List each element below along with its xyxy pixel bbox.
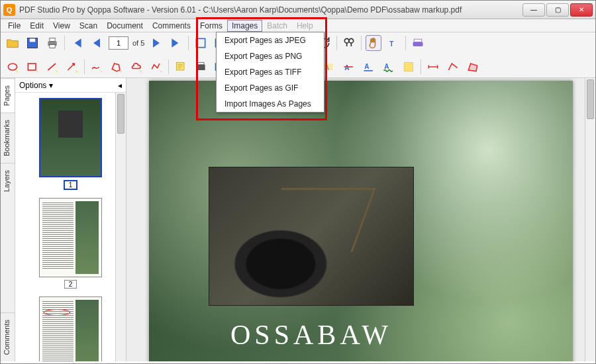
sidetab-comments[interactable]: Comments bbox=[1, 312, 15, 361]
svg-rect-5 bbox=[197, 38, 205, 47]
thumbnails-header: Options ▾ ◂ bbox=[15, 78, 126, 93]
toolbar-separator bbox=[361, 36, 362, 50]
svg-rect-4 bbox=[50, 45, 55, 48]
thumbnail-image bbox=[39, 296, 102, 361]
side-tabs: Pages Bookmarks Layers Comments bbox=[1, 78, 15, 361]
thumbnail-page-1[interactable]: 1 bbox=[39, 98, 102, 190]
collapse-panel-button[interactable]: ◂ bbox=[118, 81, 122, 90]
next-page-button[interactable] bbox=[148, 35, 164, 51]
thumbnail-number: 1 bbox=[64, 180, 78, 190]
svg-rect-12 bbox=[413, 42, 423, 46]
document-scrollbar[interactable] bbox=[585, 78, 595, 361]
svg-rect-13 bbox=[415, 39, 422, 42]
toolbar-separator bbox=[405, 36, 406, 50]
page-photo bbox=[209, 167, 414, 306]
menubar: File Edit View Scan Document Comments Fo… bbox=[1, 19, 595, 32]
cloud-annot-button[interactable] bbox=[128, 59, 144, 75]
toolbar-separator bbox=[84, 60, 85, 74]
first-page-button[interactable] bbox=[69, 35, 85, 51]
sidetab-pages[interactable]: Pages bbox=[1, 78, 15, 113]
menu-export-png[interactable]: Export Pages as PNG bbox=[217, 48, 324, 64]
scanner-button[interactable] bbox=[410, 35, 426, 51]
document-viewport[interactable]: OSSABAW bbox=[126, 78, 595, 361]
svg-rect-15 bbox=[28, 64, 36, 70]
svg-rect-23 bbox=[324, 64, 333, 70]
hand-tool-button[interactable] bbox=[366, 35, 381, 51]
print-button[interactable] bbox=[44, 35, 60, 51]
line-annot-button[interactable] bbox=[44, 59, 60, 75]
perimeter-tool-button[interactable] bbox=[445, 59, 461, 75]
page-number-input[interactable] bbox=[109, 36, 128, 50]
polyline-annot-button[interactable] bbox=[148, 59, 164, 75]
sidetab-layers[interactable]: Layers bbox=[1, 163, 15, 199]
window-title: PDF Studio Pro by Qoppa Software - Versi… bbox=[19, 5, 522, 15]
svg-rect-17 bbox=[196, 65, 205, 70]
note-annot-button[interactable] bbox=[173, 59, 189, 75]
search-button[interactable] bbox=[341, 35, 357, 51]
thumbnail-page-3[interactable]: 3 bbox=[39, 296, 102, 361]
arrow-annot-button[interactable] bbox=[64, 59, 80, 75]
menu-batch[interactable]: Batch bbox=[262, 20, 292, 32]
svg-text:T: T bbox=[390, 40, 394, 48]
minimize-button[interactable]: ― bbox=[522, 3, 545, 17]
menu-images[interactable]: Images bbox=[227, 20, 262, 32]
menu-comments[interactable]: Comments bbox=[148, 20, 195, 32]
menu-scan[interactable]: Scan bbox=[75, 20, 102, 32]
chevron-down-icon[interactable]: ▾ bbox=[49, 81, 53, 90]
main-body: Pages Bookmarks Layers Comments Options … bbox=[1, 78, 595, 361]
titlebar: Q PDF Studio Pro by Qoppa Software - Ver… bbox=[1, 1, 595, 19]
area-tool-button[interactable] bbox=[465, 59, 481, 75]
svg-rect-1 bbox=[30, 38, 35, 42]
app-logo-icon: Q bbox=[3, 4, 15, 16]
toolbar-separator bbox=[64, 36, 65, 50]
svg-text:A: A bbox=[364, 63, 369, 70]
thumbnail-page-2[interactable]: 2 bbox=[39, 198, 102, 289]
strikeout-text-button[interactable]: A bbox=[341, 59, 357, 75]
thumbnail-image bbox=[39, 98, 102, 177]
zoom-actual-button[interactable] bbox=[193, 35, 209, 51]
distance-tool-button[interactable] bbox=[425, 59, 441, 75]
page-title-text: OSSABAW bbox=[209, 319, 414, 351]
polygon-annot-button[interactable] bbox=[109, 59, 124, 75]
square-annot-button[interactable] bbox=[25, 59, 40, 75]
svg-point-10 bbox=[349, 38, 354, 43]
squiggly-text-button[interactable]: A bbox=[381, 59, 397, 75]
svg-point-14 bbox=[8, 64, 17, 70]
toolbar-separator bbox=[421, 60, 421, 74]
svg-rect-3 bbox=[50, 38, 55, 42]
menu-document[interactable]: Document bbox=[102, 20, 148, 32]
close-button[interactable]: ✕ bbox=[570, 3, 593, 17]
prev-page-button[interactable] bbox=[89, 35, 105, 51]
underline-text-button[interactable]: A bbox=[361, 59, 377, 75]
menu-export-jpeg[interactable]: Export Pages as JPEG bbox=[217, 32, 324, 48]
menu-forms[interactable]: Forms bbox=[195, 20, 227, 32]
typewriter-button[interactable] bbox=[193, 59, 209, 75]
open-button[interactable] bbox=[5, 35, 21, 51]
text-select-button[interactable]: T bbox=[385, 35, 401, 51]
last-page-button[interactable] bbox=[168, 35, 184, 51]
menu-edit[interactable]: Edit bbox=[25, 20, 48, 32]
thumbnails-scrollbar[interactable] bbox=[115, 93, 126, 361]
menu-help[interactable]: Help bbox=[292, 20, 318, 32]
pencil-annot-button[interactable] bbox=[89, 59, 105, 75]
thumbnails-panel: Options ▾ ◂ 1 2 3 bbox=[15, 78, 126, 361]
circle-annot-button[interactable] bbox=[5, 59, 21, 75]
save-button[interactable] bbox=[25, 35, 40, 51]
images-menu-dropdown: Export Pages as JPEG Export Pages as PNG… bbox=[216, 32, 324, 113]
menu-file[interactable]: File bbox=[3, 20, 25, 32]
options-dropdown[interactable]: Options bbox=[19, 81, 46, 90]
maximize-button[interactable]: ▢ bbox=[546, 3, 569, 17]
page-total-label: of 5 bbox=[132, 39, 144, 47]
thumbnails-list: 1 2 3 bbox=[15, 93, 126, 361]
menu-view[interactable]: View bbox=[48, 20, 75, 32]
svg-text:A: A bbox=[344, 64, 349, 71]
sidetab-bookmarks[interactable]: Bookmarks bbox=[1, 113, 15, 163]
menu-import-images[interactable]: Import Images As Pages bbox=[217, 96, 324, 112]
menu-export-tiff[interactable]: Export Pages as TIFF bbox=[217, 64, 324, 80]
svg-rect-18 bbox=[197, 62, 204, 64]
svg-text:A: A bbox=[384, 63, 389, 70]
thumbnail-image bbox=[39, 198, 102, 277]
menu-export-gif[interactable]: Export Pages as GIF bbox=[217, 80, 324, 96]
thumbnail-number: 2 bbox=[64, 280, 77, 289]
area-highlight-button[interactable] bbox=[401, 59, 417, 75]
